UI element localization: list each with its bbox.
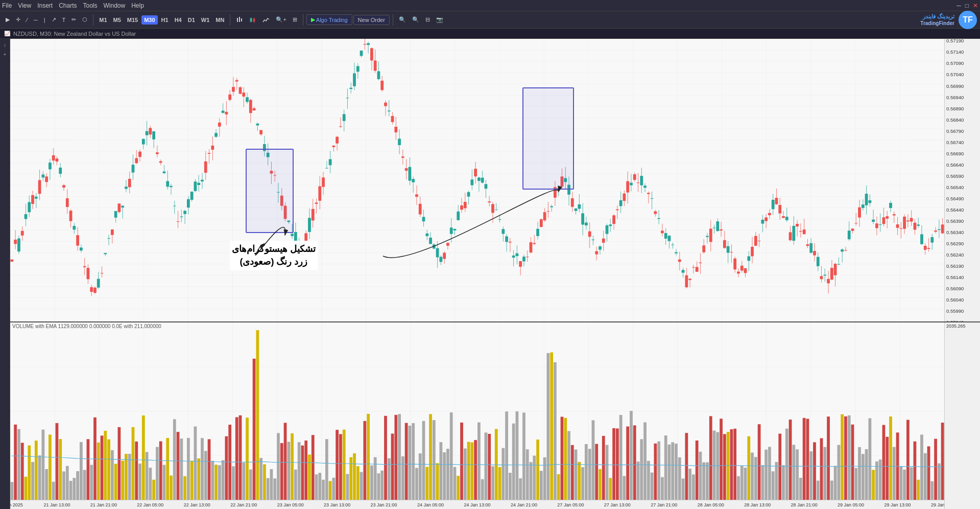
zoom-out[interactable]: 🔍 [396,15,409,25]
time-label: 29 Jan 21:00 [931,502,944,507]
tf-d1[interactable]: D1 [185,15,198,25]
time-label: 21 Jan 2025 [10,502,23,507]
main-toolbar: ▶ ✛ ∕ ─ | ↗ T ✏ ⬡ M1 M5 M15 M30 H1 H4 D1… [0,11,980,29]
tool-shapes[interactable]: ⬡ [80,15,90,25]
tool-line[interactable]: ∕ [24,15,30,25]
volume-chart: VOLUME with EMA 1129.000000 0.000000 0.0… [10,322,980,509]
maximize-button[interactable]: □ [965,2,969,9]
time-label: 29 Jan 05:00 [838,502,864,507]
brand-name-en: TradingFinder [920,20,954,27]
time-label: 27 Jan 13:00 [604,502,631,507]
time-label: 28 Jan 05:00 [698,502,724,507]
annotation-line2: زرد رنگ (صعودی) [232,256,316,268]
time-label: 22 Jan 13:00 [184,502,210,507]
time-label: 23 Jan 21:00 [371,502,397,507]
time-label: 29 Jan 13:00 [885,502,911,507]
chart-symbol: NZDUSD, M30: New Zealand Dollar vs US Do… [13,31,136,37]
blue-rect-left [246,149,294,233]
time-label: 27 Jan 21:00 [651,502,677,507]
tf-w1[interactable]: W1 [199,15,212,25]
charts-area: تشکیل هیستوگرام‌های زرد رنگ (صعودی) 0.57… [10,39,980,509]
annotation-line1: تشکیل هیستوگرام‌های [232,243,316,256]
tf-h4[interactable]: H4 [172,15,184,25]
lt-tool2[interactable]: + [1,50,9,58]
chart-info-bar: 📈 NZDUSD, M30: New Zealand Dollar vs US … [0,29,980,39]
tf-m15[interactable]: M15 [125,15,140,25]
menu-help[interactable]: Help [131,2,144,9]
tf-m1[interactable]: M1 [97,15,109,25]
menu-charts[interactable]: Charts [59,2,77,9]
price-canvas [10,39,944,322]
svg-rect-2 [241,18,242,21]
volume-canvas [10,322,944,509]
tf-m5[interactable]: M5 [111,15,124,25]
brand-name-fa: تریدینگ فایندر [920,13,954,20]
time-label: 22 Jan 05:00 [137,502,163,507]
time-label: 24 Jan 05:00 [417,502,444,507]
minimize-button[interactable]: ─ [957,2,961,9]
separator-2 [230,14,230,26]
svg-rect-1 [239,17,240,22]
menu-insert[interactable]: Insert [37,2,53,9]
menu-view[interactable]: View [18,2,31,9]
blue-rect-right [522,87,575,190]
volume-indicator-label: VOLUME with EMA 1129.000000 0.000000 0.0… [12,323,161,329]
menu-file[interactable]: File [2,2,12,9]
volume-axis-value: 2035.265 [946,323,978,329]
time-label: 23 Jan 13:00 [324,502,350,507]
svg-rect-6 [253,19,255,21]
tool-text[interactable]: T [60,15,68,25]
chart-type-line[interactable] [260,15,272,25]
volume-axis: 2035.265 [944,322,980,509]
menu-bar[interactable]: File View Insert Charts Tools Window Hel… [0,0,980,11]
annotation-text: تشکیل هیستوگرام‌های زرد رنگ (صعودی) [230,241,318,270]
separator-3 [303,14,303,26]
tool-trend[interactable]: ↗ [49,15,59,25]
chart-type-bar[interactable] [233,15,246,25]
new-order-button[interactable]: New Order [353,15,390,25]
tf-m30[interactable]: M30 [141,15,157,25]
close-button[interactable]: ✕ [973,2,978,9]
zoom-in-2[interactable]: 🔍 [410,15,422,25]
grid-toggle[interactable]: ⊞ [290,15,300,25]
price-chart: تشکیل هیستوگرام‌های زرد رنگ (صعودی) 0.57… [10,39,980,322]
tool-vline[interactable]: | [41,15,48,25]
screenshot[interactable]: 📷 [434,15,446,25]
menu-window[interactable]: Window [104,2,126,9]
time-label: 28 Jan 21:00 [791,502,818,507]
separator-4 [393,14,393,26]
period-sep[interactable]: ⊟ [423,15,433,25]
time-label: 21 Jan 13:00 [43,502,70,507]
time-label: 24 Jan 13:00 [464,502,490,507]
tool-hline[interactable]: ─ [31,15,40,25]
brand-logo: TF [959,11,977,29]
time-label: 28 Jan 13:00 [744,502,771,507]
tf-mn[interactable]: MN [213,15,227,25]
time-label: 21 Jan 21:00 [90,502,117,507]
time-axis: 21 Jan 202521 Jan 13:0021 Jan 21:0022 Ja… [10,500,944,509]
time-label: 24 Jan 21:00 [511,502,537,507]
lt-tool1[interactable]: ↕ [1,41,9,49]
price-axis: 0.571900.571400.570900.570400.569900.569… [944,39,980,321]
menu-tools[interactable]: Tools [83,2,98,9]
brand-area: تریدینگ فایندر TradingFinder TF [920,11,977,29]
tool-crosshair[interactable]: ✛ [13,15,23,25]
zoom-in[interactable]: 🔍+ [273,15,289,25]
tf-h1[interactable]: H1 [159,15,171,25]
tool-cursor[interactable]: ▶ [3,15,12,25]
chart-type-candle[interactable] [247,15,259,25]
separator-1 [93,14,93,26]
left-toolbar: ↕ + [0,39,10,509]
svg-rect-0 [237,18,238,22]
time-label: 22 Jan 21:00 [230,502,257,507]
main-area: ↕ + تشکیل هیستوگرام‌های زرد رنگ (صعودی) … [0,39,980,509]
time-label: 27 Jan 05:00 [557,502,584,507]
svg-rect-3 [250,18,252,21]
time-label: 23 Jan 05:00 [277,502,304,507]
tool-pencil[interactable]: ✏ [69,15,79,25]
algo-trading-button[interactable]: ▶ Algo Trading [306,14,352,25]
